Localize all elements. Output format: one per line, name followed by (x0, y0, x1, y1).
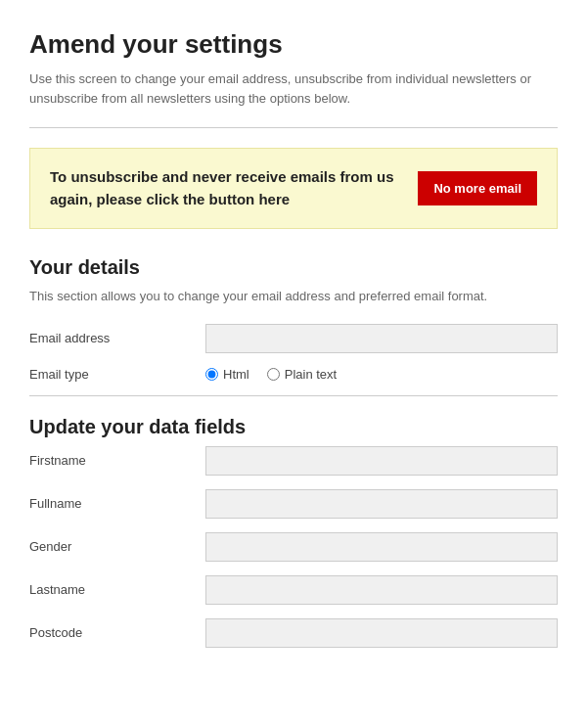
email-address-input[interactable] (205, 324, 558, 353)
no-more-email-button[interactable]: No more email (418, 171, 537, 205)
gender-label: Gender (29, 539, 205, 554)
email-type-plain-label: Plain text (285, 367, 337, 382)
email-type-html-option[interactable]: Html (205, 367, 249, 382)
fullname-row: Fullname (29, 489, 558, 519)
postcode-input[interactable] (205, 618, 558, 648)
email-type-row: Email type Html Plain text (29, 367, 558, 382)
postcode-row: Postcode (29, 618, 558, 648)
lastname-input[interactable] (205, 575, 558, 605)
your-details-section-description: This section allows you to change your e… (29, 287, 558, 306)
unsubscribe-banner: To unsubscribe and never receive emails … (29, 148, 558, 229)
email-type-html-label: Html (223, 367, 249, 382)
page-description: Use this screen to change your email add… (29, 69, 558, 108)
unsubscribe-banner-text: To unsubscribe and never receive emails … (50, 166, 398, 210)
email-address-label: Email address (29, 331, 205, 345)
lastname-row: Lastname (29, 575, 558, 605)
postcode-label: Postcode (29, 625, 205, 640)
your-details-section-title: Your details (29, 256, 558, 279)
data-fields-container: FirstnameFullnameGenderLastnamePostcode (29, 446, 558, 648)
firstname-input[interactable] (205, 446, 558, 476)
section-divider (29, 395, 558, 396)
email-type-label: Email type (29, 367, 205, 382)
lastname-label: Lastname (29, 582, 205, 597)
update-data-fields-section-title: Update your data fields (29, 416, 558, 438)
page-title: Amend your settings (29, 29, 558, 60)
email-address-row: Email address (29, 324, 558, 353)
email-type-radio-group: Html Plain text (205, 367, 337, 382)
email-type-plain-option[interactable]: Plain text (267, 367, 337, 382)
email-type-plain-radio[interactable] (267, 368, 280, 381)
fullname-input[interactable] (205, 489, 558, 519)
top-divider (29, 127, 558, 128)
firstname-row: Firstname (29, 446, 558, 476)
fullname-label: Fullname (29, 496, 205, 511)
email-type-html-radio[interactable] (205, 368, 218, 381)
gender-input[interactable] (205, 532, 558, 562)
gender-row: Gender (29, 532, 558, 562)
firstname-label: Firstname (29, 453, 205, 468)
